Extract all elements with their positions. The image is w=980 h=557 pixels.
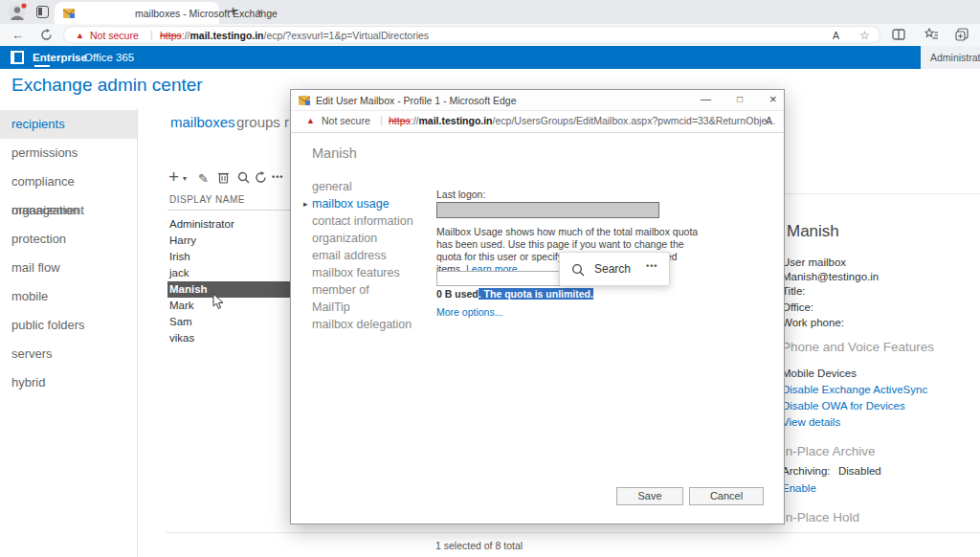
link-enable-archive[interactable]: Enable	[782, 482, 816, 494]
details-name: Manish	[787, 222, 839, 241]
dialog-nav-mailbox-usage-label: mailbox usage	[312, 197, 390, 211]
dialog-security-label: Not secure	[322, 115, 370, 126]
sidebar: recipients permissions compliance manage…	[0, 110, 137, 397]
maximize-icon[interactable]: □	[737, 94, 743, 104]
last-logon-field	[436, 202, 659, 218]
dialog-nav-member-of[interactable]: member of	[312, 281, 369, 299]
url-divider: |	[150, 29, 153, 40]
details-archiving-label: Archiving:	[782, 465, 831, 477]
favorite-star-icon[interactable]: ☆	[859, 29, 870, 42]
dialog-nav-mailtip[interactable]: MailTip	[312, 299, 350, 316]
details-archiving-value: Disabled	[838, 465, 881, 477]
dialog-nav-general[interactable]: general	[312, 178, 352, 195]
add-dropdown-caret-icon[interactable]: ▾	[183, 174, 187, 183]
dialog-user-heading: Manish	[312, 145, 357, 161]
sidebar-item-hybrid[interactable]: hybrid	[0, 368, 137, 397]
details-section-in-place-archive: In-Place Archive	[782, 444, 876, 458]
edit-icon[interactable]: ✎	[198, 171, 209, 186]
address-bar[interactable]: ▲ Not secure | https://mail.testingo.in/…	[63, 26, 880, 44]
suite-nav-enterprise[interactable]: Enterprise	[33, 52, 87, 63]
dialog-not-secure-warning-icon: ▲	[306, 116, 315, 125]
usage-used-text: 0 B used	[436, 288, 479, 300]
link-disable-owa[interactable]: Disable OWA for Devices	[782, 400, 905, 412]
more-options-link[interactable]: More options...	[436, 306, 502, 318]
sidebar-divider	[137, 108, 138, 557]
details-mobile-devices: Mobile Devices	[782, 368, 857, 379]
description-line: has been used. Use this page if you want…	[436, 238, 698, 251]
new-tab-button[interactable]: +	[229, 2, 237, 18]
suite-bar	[0, 46, 980, 69]
link-disable-activesync[interactable]: Disable Exchange ActiveSync	[782, 384, 927, 395]
refresh-list-icon[interactable]	[255, 171, 267, 184]
edit-mailbox-dialog: Edit User Mailbox - Profile 1 - Microsof…	[290, 89, 785, 524]
minimize-icon[interactable]: —	[701, 93, 711, 104]
save-button[interactable]: Save	[616, 487, 683, 505]
dialog-read-aloud-icon[interactable]: A	[766, 115, 772, 126]
details-email: Manish@testingo.in	[782, 271, 879, 282]
sidebar-item-recipients[interactable]: recipients	[0, 110, 137, 139]
dialog-nav-organization[interactable]: organization	[312, 230, 377, 247]
dialog-nav-mailbox-features[interactable]: mailbox features	[312, 264, 400, 281]
dialog-nav-email-address[interactable]: email address	[312, 247, 387, 264]
profile-avatar[interactable]	[8, 3, 27, 22]
browser-tab[interactable]: mailboxes - Microsoft Exchange ×	[55, 2, 219, 24]
refresh-icon[interactable]	[40, 29, 53, 41]
url-host: mail.testingo.in	[190, 30, 264, 41]
popup-more-icon[interactable]: •••	[646, 261, 657, 271]
favorites-bar-icon[interactable]	[924, 28, 939, 41]
url-sep: ://	[182, 30, 190, 41]
dialog-nav-mailbox-usage[interactable]: ▸mailbox usage	[312, 195, 390, 212]
user-menu[interactable]: Administrato	[921, 46, 980, 69]
close-icon[interactable]: ×	[769, 92, 777, 106]
url-scheme: https	[160, 30, 182, 41]
sidebar-item-permissions[interactable]: permissions	[0, 139, 137, 167]
footer-divider	[166, 532, 980, 533]
screen: mailboxes - Microsoft Exchange × + ← ▲ N…	[0, 0, 980, 557]
usage-status: 0 B used. The quota is unlimited.	[436, 288, 593, 300]
dialog-title: Edit User Mailbox - Profile 1 - Microsof…	[316, 95, 517, 106]
sidebar-item-organization[interactable]: organization	[0, 196, 137, 225]
dialog-url-scheme: https	[389, 115, 411, 126]
more-options-icon[interactable]: •••	[272, 172, 283, 182]
collections-icon[interactable]	[955, 28, 969, 41]
search-icon[interactable]	[237, 171, 250, 184]
dialog-url-host: mail.testingo.in	[419, 115, 493, 126]
sidebar-item-protection[interactable]: protection	[0, 225, 137, 254]
tab-groups[interactable]: groups	[236, 114, 280, 130]
cancel-button[interactable]: Cancel	[689, 487, 764, 505]
person-icon	[8, 3, 27, 22]
read-aloud-icon[interactable]: A	[833, 30, 839, 41]
selected-nav-arrow-icon: ▸	[303, 195, 308, 212]
suite-nav-underline	[34, 65, 50, 67]
suite-nav-office365[interactable]: Office 365	[84, 52, 134, 63]
details-work-phone-label: Work phone:	[782, 317, 844, 328]
link-view-details[interactable]: View details	[782, 416, 840, 428]
sidebar-item-public-folders[interactable]: public folders	[0, 311, 137, 340]
tab-next-fragment[interactable]: r	[284, 114, 289, 130]
sidebar-item-mobile[interactable]: mobile	[0, 282, 137, 311]
column-header-display-name[interactable]: DISPLAY NAME	[169, 194, 245, 205]
mini-search-popup: Search •••	[559, 252, 670, 286]
security-label[interactable]: Not secure	[90, 30, 139, 41]
split-screen-icon[interactable]	[892, 28, 905, 41]
popup-search-icon[interactable]	[571, 263, 585, 277]
exchange-favicon-icon	[63, 8, 75, 19]
url-text[interactable]: https://mail.testingo.in/ecp/?exsvurl=1&…	[160, 30, 429, 41]
add-icon[interactable]: +	[168, 167, 179, 188]
popup-search-label[interactable]: Search	[594, 262, 631, 276]
sidebar-item-mail-flow[interactable]: mail flow	[0, 254, 137, 282]
tab-close-icon[interactable]: ×	[256, 6, 263, 19]
dialog-url-path: /ecp/UsersGroups/EditMailbox.aspx?pwmcid…	[493, 115, 776, 126]
sidebar-item-compliance-management[interactable]: compliance management	[0, 167, 137, 196]
delete-icon[interactable]	[218, 171, 229, 184]
office-logo-icon[interactable]	[10, 50, 25, 65]
tab-mailboxes[interactable]: mailboxes	[170, 114, 235, 130]
dialog-url-text[interactable]: https://mail.testingo.in/ecp/UsersGroups…	[389, 115, 775, 126]
dialog-nav-mailbox-delegation[interactable]: mailbox delegation	[312, 316, 412, 333]
not-secure-warning-icon: ▲	[76, 31, 84, 40]
workspaces-icon[interactable]	[36, 6, 49, 18]
back-icon[interactable]: ←	[11, 28, 24, 42]
dialog-nav-contact-information[interactable]: contact information	[312, 212, 413, 230]
page-title: Exchange admin center	[11, 75, 203, 96]
sidebar-item-servers[interactable]: servers	[0, 340, 137, 368]
